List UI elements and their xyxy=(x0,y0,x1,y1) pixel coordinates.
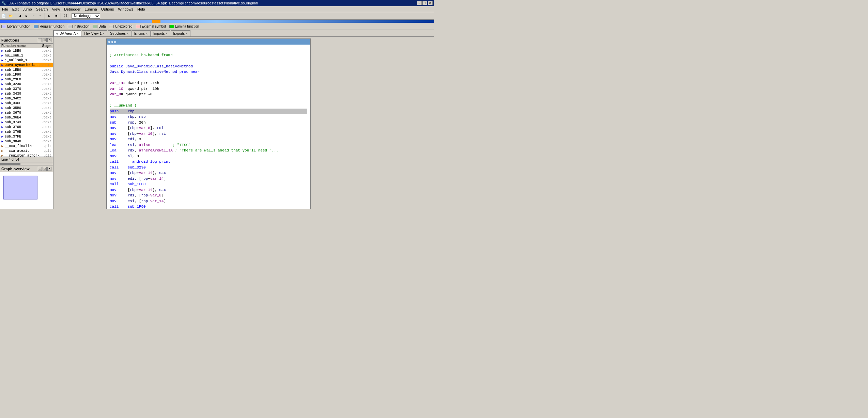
menu-jump[interactable]: Jump xyxy=(21,6,34,12)
function-list-item[interactable]: ▶ sub_3840 .text xyxy=(0,139,53,144)
code-window-icon: ▣ xyxy=(108,40,110,44)
function-list-item[interactable]: ▶ j_nullsub_1 .text xyxy=(0,58,53,63)
new-btn[interactable]: 📄 xyxy=(1,13,7,19)
function-list-item[interactable]: ▶ sub_23F0 .text xyxy=(0,77,53,82)
tab-structures[interactable]: Structures ✕ xyxy=(108,30,131,36)
function-list-item[interactable]: ▶ sub_1DE0 .text xyxy=(0,48,53,53)
code-call-1eb0: call sub_1EB0 xyxy=(110,181,307,187)
tab-imports-close[interactable]: ✕ xyxy=(165,32,168,35)
function-name: sub_35B0 xyxy=(5,106,40,110)
function-list-item[interactable]: ▶ sub_1F90 .text xyxy=(0,72,53,77)
function-list-item[interactable]: ▶ __register_atfork .plt xyxy=(0,153,53,157)
run-btn[interactable]: ▶ xyxy=(46,13,52,19)
menu-options[interactable]: Options xyxy=(99,6,116,12)
code-mov-edi: mov edi, 3 xyxy=(110,136,307,142)
tab-ida-view-a[interactable]: A IDA View-A ✕ xyxy=(53,30,81,36)
functions-close-btn[interactable]: ✕ xyxy=(47,38,51,42)
legend-unexplored-label: Unexplored xyxy=(115,25,132,28)
title-bar-buttons[interactable]: − □ ✕ xyxy=(417,1,433,5)
tab-exports-close[interactable]: ✕ xyxy=(185,32,188,35)
stop-btn[interactable]: ■ xyxy=(53,13,59,19)
functions-title: Functions xyxy=(1,38,19,42)
menu-lumina[interactable]: Lumina xyxy=(82,6,99,12)
function-segment: .text xyxy=(40,63,52,67)
function-list-item[interactable]: ▶ sub_37FE .text xyxy=(0,134,53,139)
function-list-item[interactable]: ▶ sub_3765 .text xyxy=(0,125,53,129)
tab-hex-view-1-close[interactable]: ✕ xyxy=(102,32,105,35)
function-segment: .text xyxy=(40,78,52,81)
graph-close-btn[interactable]: ✕ xyxy=(47,167,51,171)
function-list-item[interactable]: ▶ __cxa_atexit .plt xyxy=(0,148,53,153)
legend-external-color xyxy=(136,25,141,28)
graph-overview-buttons: _ □ ✕ xyxy=(38,167,51,171)
minimize-button[interactable]: − xyxy=(417,1,422,5)
function-name: j_nullsub_1 xyxy=(5,59,40,62)
code-window-body[interactable]: ; Attributes: bp-based frame public Java… xyxy=(107,45,310,209)
tab-structures-close[interactable]: ✕ xyxy=(126,32,129,35)
menu-windows[interactable]: Windows xyxy=(116,6,135,12)
menu-help[interactable]: Help xyxy=(135,6,147,12)
menu-debugger[interactable]: Debugger xyxy=(62,6,82,12)
legend-bar: Library function Regular function Instru… xyxy=(0,23,434,30)
code-sub-rsp: sub rsp, 20h xyxy=(110,120,307,126)
graph-minimize-btn[interactable]: _ xyxy=(38,167,42,171)
function-list-item[interactable]: ▶ sub_34C2 .text xyxy=(0,96,53,101)
function-list-item[interactable]: ▶ sub_34CE .text xyxy=(0,101,53,106)
back2-btn[interactable]: ⬅ xyxy=(30,13,36,19)
function-list-item[interactable]: ▶ sub_3370 .text xyxy=(0,86,53,91)
close-button[interactable]: ✕ xyxy=(428,1,433,5)
forward2-btn[interactable]: ➡ xyxy=(37,13,43,19)
functions-minimize-btn[interactable]: _ xyxy=(38,38,42,42)
menu-file[interactable]: File xyxy=(0,6,10,12)
tab-exports[interactable]: Exports ✕ xyxy=(171,30,190,36)
function-icon: ▶ xyxy=(1,92,4,95)
debugger-select[interactable]: No debugger xyxy=(72,13,100,19)
code-var14: var_14= dword ptr -14h xyxy=(110,80,307,86)
function-list-item[interactable]: ▶ sub_3743 .text xyxy=(0,120,53,125)
back-btn[interactable]: ◀ xyxy=(17,13,23,19)
function-list-item[interactable]: ▶ sub_1EB0 .text xyxy=(0,67,53,72)
content-area: Functions _ □ ✕ Function name Segm ▶ sub… xyxy=(0,37,434,209)
function-name: Java_DynamicClass_nativeMethod xyxy=(5,63,40,67)
function-list-item[interactable]: ▶ sub_35B0 .text xyxy=(0,106,53,110)
menu-view[interactable]: View xyxy=(50,6,62,12)
function-name: sub_3743 xyxy=(5,120,40,124)
tab-enums[interactable]: Enums ✕ xyxy=(132,30,151,36)
functions-float-btn[interactable]: □ xyxy=(43,38,47,42)
function-list-item[interactable]: ▶ sub_36E4 .text xyxy=(0,115,53,120)
menu-edit[interactable]: Edit xyxy=(10,6,21,12)
legend-external-label: External symbol xyxy=(142,25,166,28)
code-btn[interactable]: {} xyxy=(62,13,68,19)
functions-list[interactable]: ▶ sub_1DE0 .text ▶ nullsub_1 .text ▶ j_n… xyxy=(0,48,53,157)
tab-enums-close[interactable]: ✕ xyxy=(145,32,148,35)
legend-instruction-label: Instruction xyxy=(74,25,89,28)
function-segment: .text xyxy=(40,120,52,124)
legend-lumina: Lumina function xyxy=(169,25,199,28)
function-list-item[interactable]: ▶ sub_379B .text xyxy=(0,129,53,134)
open-btn[interactable]: 📂 xyxy=(7,13,14,19)
progress-highlight xyxy=(152,20,160,23)
graph-float-btn[interactable]: □ xyxy=(43,167,47,171)
function-segment: .text xyxy=(40,87,52,91)
legend-data-label: Data xyxy=(98,25,106,28)
tab-ida-view-a-close[interactable]: ✕ xyxy=(76,32,79,35)
code-window-icon3: ▣ xyxy=(114,40,116,44)
function-list-item[interactable]: ▶ Java_DynamicClass_nativeMethod .text xyxy=(0,63,53,67)
maximize-button[interactable]: □ xyxy=(422,1,427,5)
function-list-item[interactable]: ▶ __cxa_finalize .plt xyxy=(0,144,53,148)
tab-imports[interactable]: Imports ✕ xyxy=(151,30,170,36)
forward-btn[interactable]: ▶ xyxy=(24,13,30,19)
function-list-item[interactable]: ▶ sub_3430 .text xyxy=(0,91,53,96)
menu-search[interactable]: Search xyxy=(34,6,50,12)
toolbar-sep-3 xyxy=(61,13,61,19)
function-list-item[interactable]: ▶ nullsub_1 .text xyxy=(0,53,53,58)
code-area[interactable]: ▣ ▣ ▣ ; Attributes: bp-based frame publi… xyxy=(53,37,434,209)
code-mov-var8: mov [rbp+var_8], rdi xyxy=(110,125,307,131)
function-name: sub_3430 xyxy=(5,92,40,96)
code-lea-rdx: lea rdx, aThereAreWallsA ; "There are wa… xyxy=(110,148,307,154)
function-list-item[interactable]: ▶ sub_3230 .text xyxy=(0,82,53,86)
function-list-item[interactable]: ▶ sub_3670 .text xyxy=(0,110,53,115)
code-proc-near: Java_DynamicClass_nativeMethod proc near xyxy=(110,69,307,75)
tab-hex-view-1[interactable]: Hex View-1 ✕ xyxy=(82,30,107,36)
function-icon: ▶ xyxy=(1,101,4,105)
